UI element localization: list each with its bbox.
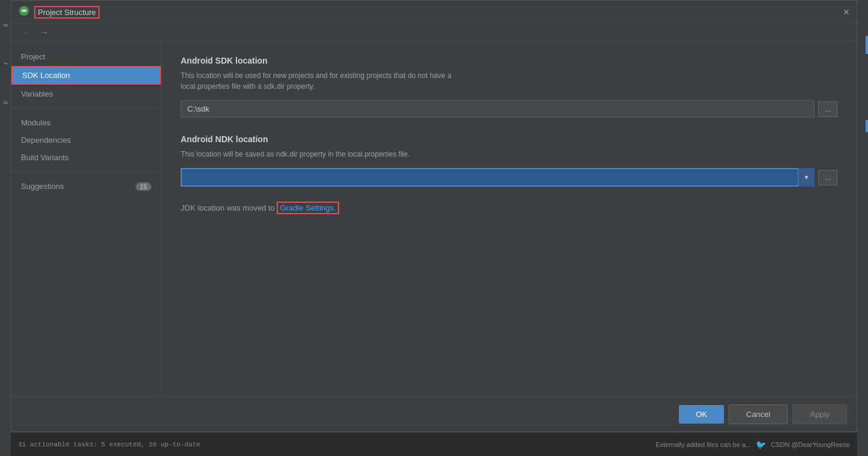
android-ndk-input-row: ▼ ...	[181, 168, 837, 187]
left-panel-text-2: r	[2, 62, 9, 64]
title-left: Project Structure	[19, 5, 100, 19]
status-bar: 31 actionable tasks: 5 executed, 26 up-t…	[11, 432, 857, 456]
status-right: Externally added files can be a... 🐦 CSD…	[656, 440, 850, 449]
android-sdk-browse-button[interactable]: ...	[818, 101, 837, 117]
right-panel-edge	[857, 0, 868, 456]
android-ndk-dropdown-arrow[interactable]: ▼	[798, 168, 815, 187]
twitter-icon: 🐦	[756, 440, 766, 449]
sidebar-item-modules[interactable]: Modules	[11, 115, 161, 131]
left-panel-edge: il r ir	[0, 0, 11, 456]
status-extra: Externally added files can be a...	[656, 441, 751, 448]
left-panel-text-3: ir	[2, 101, 9, 104]
suggestions-row: Suggestions 15	[21, 182, 151, 191]
cancel-button[interactable]: Cancel	[729, 404, 788, 424]
status-user: CSDN @DearYoungReese	[771, 441, 850, 448]
sidebar-item-suggestions[interactable]: Suggestions 15	[11, 178, 161, 194]
main-content: Android SDK location This location will …	[161, 41, 857, 397]
forward-button[interactable]: →	[37, 26, 52, 38]
sidebar-item-build-variants[interactable]: Build Variants	[11, 149, 161, 166]
android-ndk-input[interactable]	[181, 168, 815, 187]
dialog-icon	[19, 5, 29, 19]
sidebar-item-variables[interactable]: Variables	[11, 86, 161, 102]
close-button[interactable]: ×	[843, 7, 849, 17]
jdk-notice-prefix: JDK location was moved to	[181, 203, 277, 212]
android-ndk-desc: This location will be saved as ndk.dir p…	[181, 149, 837, 160]
jdk-notice: JDK location was moved to Gradle Setting…	[181, 203, 837, 212]
svg-point-0	[19, 6, 29, 16]
ok-button[interactable]: OK	[679, 405, 724, 424]
sidebar-item-project[interactable]: Project	[11, 49, 161, 65]
suggestions-badge: 15	[136, 182, 151, 191]
back-button[interactable]: ←	[19, 26, 34, 38]
svg-rect-1	[22, 10, 26, 11]
nav-row: ← →	[11, 24, 857, 41]
right-accent-bottom	[866, 120, 868, 132]
android-sdk-input-row: ...	[181, 100, 837, 118]
dialog-body: Project SDK Location Variables Modules D…	[11, 41, 857, 397]
title-bar: Project Structure ×	[11, 1, 857, 24]
android-ndk-title: Android NDK location	[181, 134, 837, 144]
sidebar-divider-2	[11, 172, 161, 172]
status-text: 31 actionable tasks: 5 executed, 26 up-t…	[18, 441, 200, 448]
dialog-title: Project Structure	[34, 6, 100, 19]
apply-button[interactable]: Apply	[792, 404, 847, 424]
svg-rect-2	[22, 11, 26, 13]
android-ndk-browse-button[interactable]: ...	[818, 170, 837, 185]
android-sdk-title: Android SDK location	[181, 56, 837, 65]
android-ndk-dropdown-wrap: ▼	[181, 168, 815, 187]
android-sdk-input[interactable]	[181, 100, 815, 118]
right-accent-top	[866, 36, 868, 54]
gradle-settings-link[interactable]: Gradle Settings.	[277, 202, 339, 214]
sidebar-divider-1	[11, 108, 161, 109]
left-panel-text-1: il	[2, 24, 9, 26]
dialog-footer: OK Cancel Apply	[11, 397, 857, 431]
android-sdk-desc: This location will be used for new proje…	[181, 70, 837, 92]
project-structure-dialog: Project Structure × ← → Project SDK Loca…	[11, 0, 857, 432]
sidebar-item-sdk-location[interactable]: SDK Location	[11, 66, 161, 85]
sidebar: Project SDK Location Variables Modules D…	[11, 41, 161, 397]
sidebar-item-dependencies[interactable]: Dependencies	[11, 132, 161, 148]
